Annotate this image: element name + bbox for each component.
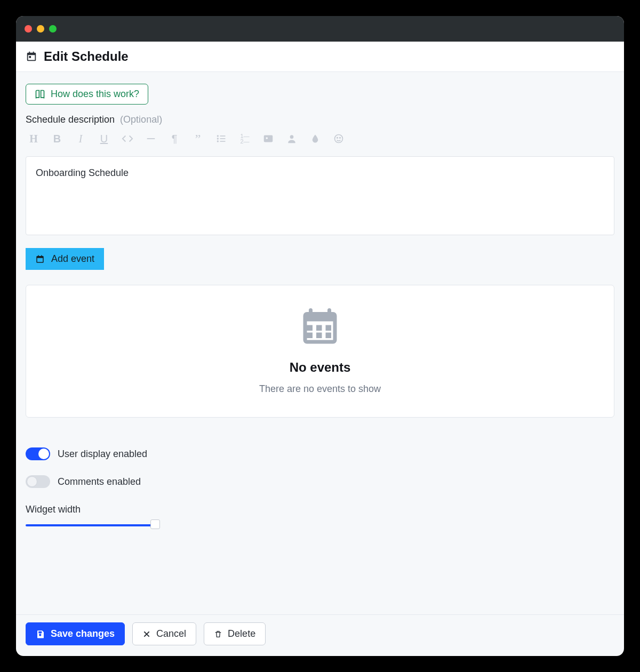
page-title: Edit Schedule	[44, 49, 129, 64]
close-icon	[142, 630, 151, 638]
description-value: Onboarding Schedule	[36, 167, 129, 178]
svg-rect-2	[220, 135, 226, 137]
ordered-list-icon[interactable]: 1—2—	[239, 133, 251, 145]
toggle-user-display[interactable]	[26, 447, 50, 460]
user-icon[interactable]	[286, 133, 298, 145]
description-label-row: Schedule description (Optional)	[26, 114, 614, 125]
toggle-user-display-label: User display enabled	[58, 449, 147, 460]
page-header: Edit Schedule	[16, 42, 624, 72]
drop-icon[interactable]	[309, 133, 321, 145]
footer-actions: Save changes Cancel Delete	[16, 614, 624, 656]
delete-button-label: Delete	[228, 628, 255, 639]
titlebar	[16, 16, 624, 42]
save-button-label: Save changes	[51, 628, 115, 639]
window-close-button[interactable]	[25, 25, 32, 33]
editor-toolbar: H B I U ¶ ” 1—2—	[26, 133, 614, 145]
cancel-button-label: Cancel	[156, 628, 186, 639]
heading-icon[interactable]: H	[28, 133, 39, 145]
svg-rect-4	[220, 138, 226, 139]
help-button[interactable]: How does this work?	[26, 84, 148, 105]
toggle-comments-row: Comments enabled	[26, 475, 614, 488]
book-icon	[35, 89, 45, 100]
svg-point-1	[217, 135, 219, 137]
svg-point-10	[335, 135, 343, 143]
toggle-user-display-row: User display enabled	[26, 447, 614, 460]
cancel-button[interactable]: Cancel	[132, 622, 196, 645]
hr-icon[interactable]	[145, 133, 157, 145]
description-label: Schedule description	[26, 114, 115, 125]
bold-icon[interactable]: B	[51, 133, 63, 145]
delete-button[interactable]: Delete	[204, 622, 266, 645]
svg-point-5	[217, 140, 219, 142]
svg-point-9	[290, 135, 294, 139]
help-button-label: How does this work?	[51, 89, 139, 100]
add-event-button[interactable]: Add event	[26, 248, 104, 270]
events-empty-subtitle: There are no events to show	[37, 383, 603, 395]
calendar-large-icon	[37, 305, 603, 349]
code-icon[interactable]	[122, 133, 133, 145]
svg-point-11	[337, 138, 338, 139]
widget-width-slider[interactable]	[26, 522, 614, 528]
save-button[interactable]: Save changes	[26, 622, 125, 645]
description-input[interactable]: Onboarding Schedule	[26, 156, 614, 235]
description-optional: (Optional)	[120, 114, 162, 125]
window-zoom-button[interactable]	[49, 25, 57, 33]
app-window: Edit Schedule How does this work? Schedu…	[16, 16, 624, 656]
svg-rect-7	[264, 135, 273, 142]
paragraph-icon[interactable]: ¶	[169, 133, 180, 145]
media-icon[interactable]	[262, 133, 274, 145]
trash-icon	[214, 630, 222, 638]
underline-icon[interactable]: U	[98, 133, 110, 145]
events-empty-card: No events There are no events to show	[26, 285, 614, 418]
svg-rect-6	[220, 141, 226, 142]
toggle-comments-label: Comments enabled	[58, 476, 141, 487]
italic-icon[interactable]: I	[75, 133, 86, 145]
svg-point-12	[340, 138, 341, 139]
content-area: How does this work? Schedule description…	[16, 72, 624, 614]
svg-point-8	[266, 137, 268, 139]
calendar-icon	[35, 254, 45, 264]
save-icon	[36, 629, 45, 639]
calendar-icon	[26, 51, 37, 62]
window-minimize-button[interactable]	[37, 25, 44, 33]
widget-width-label: Widget width	[26, 504, 614, 515]
bulleted-list-icon[interactable]	[215, 133, 227, 145]
emoji-icon[interactable]	[333, 133, 345, 145]
events-empty-title: No events	[37, 360, 603, 375]
add-event-label: Add event	[51, 253, 94, 265]
toggle-comments[interactable]	[26, 475, 50, 488]
svg-point-3	[217, 138, 219, 139]
quote-icon[interactable]: ”	[192, 133, 204, 145]
